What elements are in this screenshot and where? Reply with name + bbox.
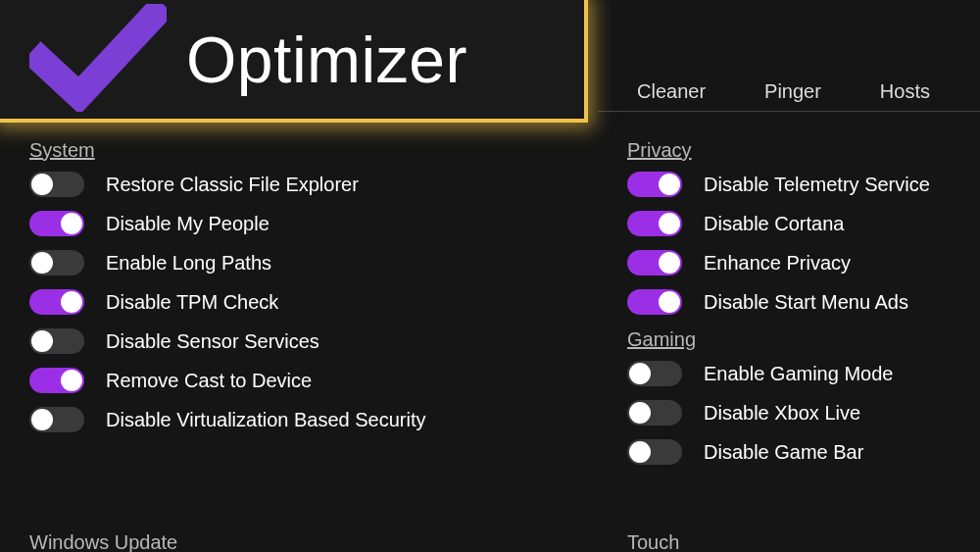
opt-disable-cortana: Disable Cortana bbox=[627, 211, 980, 236]
opt-label: Disable Xbox Live bbox=[704, 402, 860, 425]
toggle-enhance-privacy[interactable] bbox=[627, 250, 682, 276]
section-gaming-title: Gaming bbox=[627, 328, 980, 351]
opt-enable-gaming-mode: Enable Gaming Mode bbox=[627, 361, 980, 386]
section-system-title: System bbox=[29, 139, 627, 162]
toggle-restore-classic-file-explorer[interactable] bbox=[29, 172, 84, 197]
opt-enhance-privacy: Enhance Privacy bbox=[627, 250, 980, 276]
tab-hosts[interactable]: Hosts bbox=[880, 80, 930, 103]
opt-label: Disable Game Bar bbox=[704, 441, 863, 464]
section-touch-title: Touch bbox=[627, 531, 679, 552]
opt-label: Disable Virtualization Based Security bbox=[106, 409, 425, 431]
opt-label: Restore Classic File Explorer bbox=[106, 174, 359, 196]
toggle-disable-xbox-live[interactable] bbox=[627, 400, 682, 426]
opt-label: Disable Sensor Services bbox=[106, 330, 319, 353]
tab-cleaner[interactable]: Cleaner bbox=[637, 80, 706, 103]
opt-label: Disable Start Menu Ads bbox=[704, 291, 908, 314]
opt-disable-my-people: Disable My People bbox=[29, 211, 627, 236]
checkmark-icon bbox=[29, 4, 167, 116]
opt-disable-start-menu-ads: Disable Start Menu Ads bbox=[627, 289, 980, 315]
opt-label: Disable Telemetry Service bbox=[704, 174, 930, 196]
toggle-disable-start-menu-ads[interactable] bbox=[627, 289, 682, 315]
section-windows-update-title: Windows Update bbox=[29, 531, 177, 552]
toggle-disable-game-bar[interactable] bbox=[627, 439, 682, 465]
opt-label: Disable TPM Check bbox=[106, 291, 278, 314]
toggle-disable-sensor-services[interactable] bbox=[29, 328, 84, 354]
app-banner: Optimizer bbox=[0, 0, 588, 123]
toggle-disable-virtualization-based-security[interactable] bbox=[29, 407, 84, 432]
opt-label: Enhance Privacy bbox=[704, 252, 851, 275]
toggle-remove-cast-to-device[interactable] bbox=[29, 368, 84, 393]
toggle-disable-telemetry-service[interactable] bbox=[627, 172, 682, 197]
options-area: System Restore Classic File Explorer Dis… bbox=[29, 133, 980, 552]
opt-label: Disable Cortana bbox=[704, 213, 844, 235]
tab-strip: Cleaner Pinger Hosts bbox=[598, 73, 980, 112]
opt-enable-long-paths: Enable Long Paths bbox=[29, 250, 627, 276]
opt-label: Remove Cast to Device bbox=[106, 370, 312, 392]
opt-disable-game-bar: Disable Game Bar bbox=[627, 439, 980, 465]
tab-pinger[interactable]: Pinger bbox=[764, 80, 821, 103]
app-title: Optimizer bbox=[186, 23, 467, 97]
opt-disable-xbox-live: Disable Xbox Live bbox=[627, 400, 980, 426]
section-privacy-title: Privacy bbox=[627, 139, 980, 162]
opt-label: Disable My People bbox=[106, 213, 270, 235]
opt-remove-cast-to-device: Remove Cast to Device bbox=[29, 368, 627, 393]
toggle-enable-gaming-mode[interactable] bbox=[627, 361, 682, 386]
opt-disable-sensor-services: Disable Sensor Services bbox=[29, 328, 627, 354]
opt-restore-classic-file-explorer: Restore Classic File Explorer bbox=[29, 172, 627, 197]
opt-label: Enable Long Paths bbox=[106, 252, 271, 275]
column-left: System Restore Classic File Explorer Dis… bbox=[29, 133, 627, 552]
toggle-disable-tpm-check[interactable] bbox=[29, 289, 84, 315]
opt-disable-virtualization-based-security: Disable Virtualization Based Security bbox=[29, 407, 627, 432]
toggle-disable-cortana[interactable] bbox=[627, 211, 682, 236]
opt-disable-telemetry-service: Disable Telemetry Service bbox=[627, 172, 980, 197]
opt-disable-tpm-check: Disable TPM Check bbox=[29, 289, 627, 315]
column-right: Privacy Disable Telemetry Service Disabl… bbox=[627, 133, 980, 552]
opt-label: Enable Gaming Mode bbox=[704, 363, 893, 385]
toggle-disable-my-people[interactable] bbox=[29, 211, 84, 236]
toggle-enable-long-paths[interactable] bbox=[29, 250, 84, 276]
